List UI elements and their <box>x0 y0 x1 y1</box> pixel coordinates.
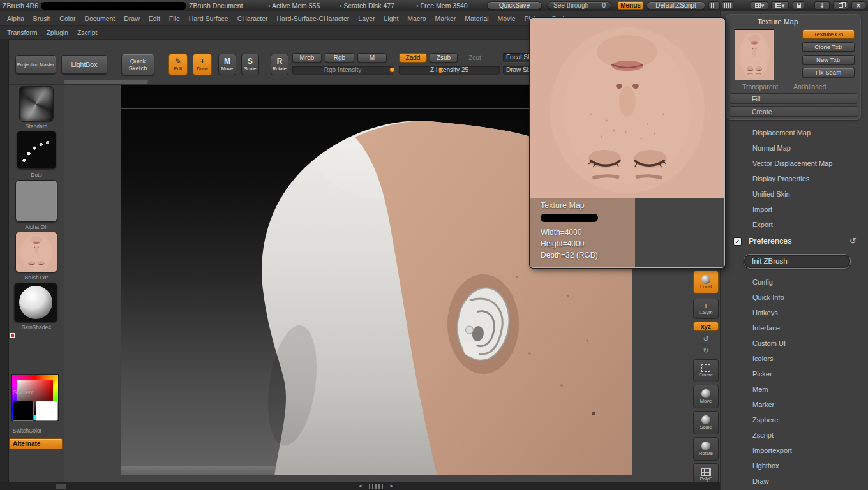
swatch-secondary-white[interactable] <box>36 401 57 421</box>
scroll-grip[interactable] <box>369 484 385 489</box>
menu-marker[interactable]: Marker <box>431 15 461 22</box>
menu-hard-surface[interactable]: Hard Surface <box>184 15 233 22</box>
rgb-intensity-slider[interactable]: Rgb Intensity <box>292 66 393 75</box>
menu-brush[interactable]: Brush <box>29 15 55 22</box>
menu-material[interactable]: Material <box>460 15 493 22</box>
restore-window-icon[interactable] <box>833 1 848 10</box>
menu-edit[interactable]: Edit <box>144 15 165 22</box>
toolbar-scrollbar[interactable] <box>64 80 148 84</box>
antialiased-toggle[interactable]: Antialiased <box>793 83 826 91</box>
menu-zplugin[interactable]: Zplugin <box>41 29 72 36</box>
pref-item-config[interactable]: Config <box>721 274 868 290</box>
section-display-properties[interactable]: Display Properties <box>721 171 868 186</box>
frame-button[interactable]: Frame <box>693 359 719 382</box>
edit-mode-button[interactable]: ✎ Edit <box>168 54 188 75</box>
store-config-icon[interactable]: ↧ <box>814 1 830 10</box>
quicksave-button[interactable]: QuickSave <box>487 1 542 10</box>
section-export[interactable]: Export <box>721 217 868 232</box>
section-vector-displacement-map[interactable]: Vector Displacement Map <box>721 156 868 171</box>
projection-master-button[interactable]: Projection Master <box>15 55 56 74</box>
draw-mode-button[interactable]: + Draw <box>193 54 212 75</box>
section-normal-map[interactable]: Normal Map <box>721 140 868 156</box>
pref-item-draw[interactable]: Draw <box>721 473 868 489</box>
z-intensity-handle[interactable] <box>438 67 442 73</box>
transparent-toggle[interactable]: Transparent <box>742 83 778 91</box>
alpha-thumbnail-off[interactable] <box>15 180 57 222</box>
texture-on-button[interactable]: Texture On <box>802 29 855 39</box>
clone-txtr-button[interactable]: Clone Txtr <box>802 42 855 52</box>
menu-file[interactable]: File <box>165 15 184 22</box>
m-button[interactable]: M <box>357 53 387 63</box>
local-button[interactable]: Local <box>693 271 719 293</box>
rotate-cw-button[interactable]: ↻ <box>693 345 719 355</box>
z-intensity-slider[interactable]: Z Intensity 25 <box>399 66 500 75</box>
move-mode-button[interactable]: M Move <box>218 54 236 75</box>
menu-alpha[interactable]: Alpha <box>3 15 29 22</box>
layout-preset-icon[interactable]: ▾ <box>751 1 768 10</box>
pref-item-marker[interactable]: Marker <box>721 397 868 412</box>
menu-document[interactable]: Document <box>80 15 119 22</box>
see-through-slider[interactable]: See-through 0 <box>548 1 611 10</box>
mrgb-button[interactable]: Mrgb <box>292 53 322 63</box>
menu-character[interactable]: CHaracter <box>233 15 273 22</box>
material-thumbnail-skinshade4[interactable] <box>14 283 57 322</box>
texture-map-header[interactable]: Texture Map <box>758 18 798 26</box>
scroll-left-icon[interactable]: ◄ <box>357 483 363 489</box>
shelf-scale-button[interactable]: Scale <box>693 411 719 434</box>
bottom-scroll-thumb[interactable] <box>56 484 66 489</box>
create-button[interactable]: Create <box>730 106 857 117</box>
bottom-scrollbar[interactable]: ◄ ► <box>0 482 720 490</box>
pref-item-interface[interactable]: Interface <box>721 320 868 336</box>
lsym-button[interactable]: + L.Sym <box>693 299 719 319</box>
pref-item-custom-ui[interactable]: Custom UI <box>721 336 868 351</box>
menu-layer[interactable]: Layer <box>354 15 379 22</box>
lightbox-button[interactable]: LightBox <box>61 55 107 74</box>
menu-draw[interactable]: Draw <box>119 15 144 22</box>
alternate-button[interactable]: Alternate <box>9 438 63 449</box>
zadd-button[interactable]: Zadd <box>399 53 427 63</box>
shelf-rotate-button[interactable]: Rotate <box>693 437 719 461</box>
layout-preset2-icon[interactable]: ▾ <box>771 1 789 10</box>
fill-button[interactable]: Fill <box>730 93 857 104</box>
section-import[interactable]: Import <box>721 202 868 217</box>
preferences-checkbox[interactable]: ✓ <box>733 237 742 246</box>
scroll-right-icon[interactable]: ► <box>389 483 394 489</box>
zsub-button[interactable]: Zsub <box>430 53 458 63</box>
reset-icon[interactable]: ↺ <box>849 236 857 246</box>
pref-item-picker[interactable]: Picker <box>721 366 868 382</box>
default-zscript-button[interactable]: DefaultZScript <box>647 1 705 10</box>
rgb-button[interactable]: Rgb <box>325 53 354 63</box>
rgb-intensity-handle[interactable] <box>389 67 395 73</box>
divider-bars-icon[interactable] <box>708 1 720 10</box>
section-displacement-map[interactable]: Displacement Map <box>721 125 868 140</box>
pref-item-importexport[interactable]: Importexport <box>721 443 868 458</box>
pref-item-zsphere[interactable]: Zsphere <box>721 412 868 427</box>
pref-item-zscript[interactable]: Zscript <box>721 427 868 443</box>
xyz-button[interactable]: xyz <box>693 322 719 331</box>
texture-map-thumbnail[interactable] <box>735 29 774 80</box>
zcut-button[interactable]: Zcut <box>461 53 489 63</box>
pref-item-lightbox[interactable]: Lightbox <box>721 458 868 473</box>
menu-color[interactable]: Color <box>55 15 80 22</box>
scale-mode-button[interactable]: S Scale <box>241 54 259 75</box>
pref-item-hotkeys[interactable]: Hotkeys <box>721 305 868 320</box>
pref-item-icolors[interactable]: Icolors <box>721 351 868 366</box>
menu-hard-surface-character[interactable]: Hard-Surface-CHaracter <box>273 15 354 22</box>
menu-light[interactable]: Light <box>380 15 403 22</box>
divider-bars2-icon[interactable] <box>722 1 733 10</box>
quick-sketch-button[interactable]: Quick Sketch <box>121 54 154 75</box>
new-txtr-button[interactable]: New Txtr <box>802 55 855 64</box>
close-window-icon[interactable]: × <box>851 1 865 10</box>
swatch-primary-black[interactable] <box>13 401 34 421</box>
init-zbrush-button[interactable]: Init ZBrush <box>744 254 851 269</box>
shelf-move-button[interactable]: Move <box>693 385 719 408</box>
menu-transform[interactable]: Transform <box>3 29 41 36</box>
menu-movie[interactable]: Movie <box>493 15 520 22</box>
stroke-thumbnail-dots[interactable] <box>17 131 56 169</box>
fix-seam-button[interactable]: Fix Seam <box>802 68 855 77</box>
rotate-ccw-button[interactable]: ↺ <box>693 334 719 344</box>
pref-item-quick-info[interactable]: Quick Info <box>721 290 868 305</box>
pref-item-mem[interactable]: Mem <box>721 382 868 397</box>
texture-thumbnail-brushtxtr[interactable] <box>15 232 57 272</box>
menu-zscript[interactable]: Zscript <box>73 29 102 36</box>
